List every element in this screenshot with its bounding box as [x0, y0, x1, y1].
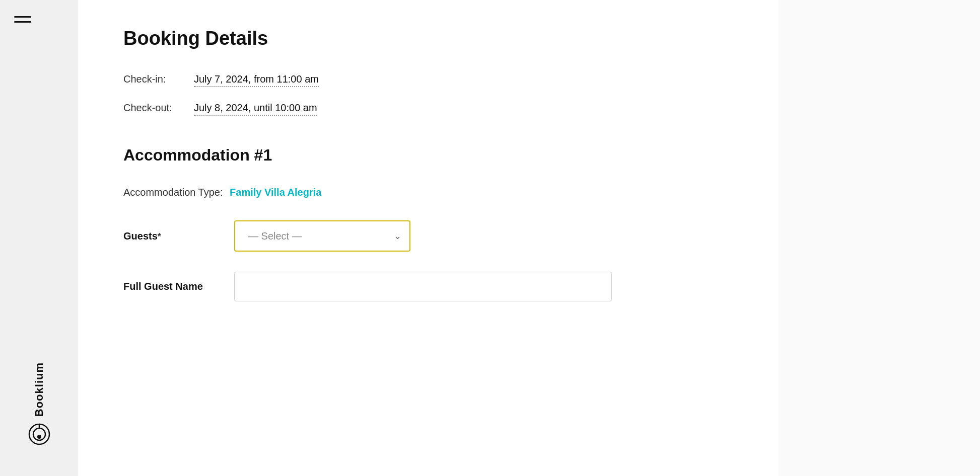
guests-select-wrapper: — Select — 1 2 3 4 5 6 7 8 ⌄ [234, 220, 410, 252]
checkout-value: July 8, 2024, until 10:00 am [194, 102, 317, 116]
accommodation-section: Accommodation #1 Accommodation Type: Fam… [123, 146, 733, 301]
right-panel [779, 0, 980, 476]
guests-label: Guests* [123, 230, 234, 242]
checkin-value: July 7, 2024, from 11:00 am [194, 73, 319, 87]
brand-name: Booklium [33, 362, 46, 417]
accommodation-type-row: Accommodation Type: Family Villa Alegria [123, 187, 733, 198]
page-title: Booking Details [123, 28, 733, 49]
accommodation-type-value: Family Villa Alegria [230, 187, 321, 198]
checkout-label: Check-out: [123, 102, 184, 114]
svg-point-2 [37, 435, 41, 439]
checkin-row: Check-in: July 7, 2024, from 11:00 am [123, 73, 733, 87]
sidebar: Booklium [0, 0, 78, 476]
full-guest-name-row: Full Guest Name [123, 272, 733, 301]
full-guest-name-input[interactable] [234, 272, 612, 301]
checkin-label: Check-in: [123, 73, 184, 85]
accommodation-title: Accommodation #1 [123, 146, 733, 165]
accommodation-type-label: Accommodation Type: [123, 187, 223, 198]
checkout-row: Check-out: July 8, 2024, until 10:00 am [123, 102, 733, 116]
booking-details-section: Check-in: July 7, 2024, from 11:00 am Ch… [123, 73, 733, 116]
guests-row: Guests* — Select — 1 2 3 4 5 6 7 8 ⌄ [123, 220, 733, 252]
menu-icon[interactable] [14, 16, 31, 23]
brand-logo-icon [28, 423, 51, 446]
sidebar-brand: Booklium [28, 362, 51, 446]
guests-select[interactable]: — Select — 1 2 3 4 5 6 7 8 [234, 220, 410, 252]
main-content: Booking Details Check-in: July 7, 2024, … [78, 0, 779, 476]
full-guest-name-label: Full Guest Name [123, 281, 234, 292]
